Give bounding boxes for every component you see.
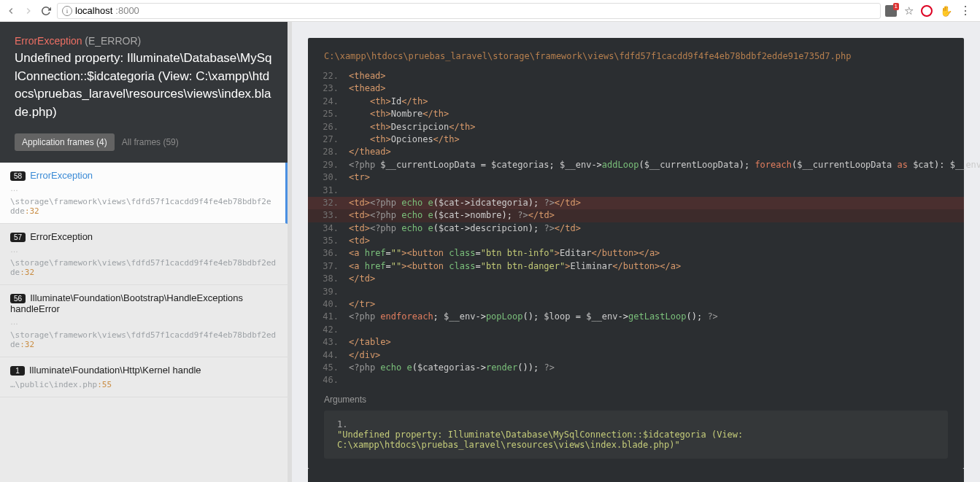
browser-toolbar: i localhost:8000 1 ☆ ✋ ⋮	[0, 0, 980, 22]
bookmark-star-icon[interactable]: ☆	[904, 4, 914, 18]
line-number: 32.	[308, 197, 349, 209]
frame-path-prefix: …	[10, 184, 275, 193]
error-message: Undefined property: Illuminate\Database\…	[15, 50, 273, 122]
line-number: 44.	[308, 349, 349, 362]
tab-application-frames[interactable]: Application frames (4)	[15, 133, 115, 151]
code-content	[349, 184, 964, 197]
opera-icon[interactable]	[921, 5, 933, 17]
site-info-icon[interactable]: i	[62, 6, 72, 16]
frame-path: \storage\framework\views\fdfd57f1cacdd9f…	[10, 330, 277, 349]
code-content: <td>	[349, 235, 964, 247]
line-number: 22.	[308, 70, 349, 82]
code-panel: C:\xampp\htdocs\pruebas_laravel\storage\…	[308, 38, 964, 469]
code-line: 26. <th>Descripcion</th>	[308, 121, 964, 133]
line-number: 39.	[308, 286, 349, 298]
line-number: 27.	[308, 133, 349, 146]
code-content: <td><?php echo e($cat->idcategoria); ?><…	[349, 197, 964, 209]
line-number: 25.	[308, 108, 349, 120]
line-number: 45.	[308, 362, 349, 374]
code-content: <?php $__currentLoopData = $categorias; …	[349, 159, 980, 171]
code-content: <th>Nombre</th>	[349, 108, 964, 120]
frame-path-prefix: …	[10, 245, 277, 254]
code-line: 46.	[308, 374, 964, 386]
line-number: 37.	[308, 260, 349, 273]
frame-title: Illuminate\Foundation\Http\Kernel handle	[29, 365, 201, 376]
code-content: <th>Id</th>	[349, 96, 964, 108]
stack-frame[interactable]: 57ErrorException…\storage\framework\view…	[0, 224, 288, 285]
code-line: 36.<a href=""><button class="btn btn-inf…	[308, 247, 964, 260]
arguments-label: Arguments	[308, 387, 964, 411]
code-content: <th>Descripcion</th>	[349, 121, 964, 133]
frame-title: Illuminate\Foundation\Bootstrap\HandleEx…	[10, 292, 243, 314]
toolbar-right: 1 ☆ ✋ ⋮	[885, 4, 976, 18]
argument-value: "Undefined property: Illuminate\Database…	[337, 429, 914, 450]
code-block: 22.<thead>23.<thead>24. <th>Id</th>25. <…	[308, 70, 964, 387]
stack-frame[interactable]: 56Illuminate\Foundation\Bootstrap\Handle…	[0, 285, 288, 357]
frame-title: ErrorException	[30, 231, 93, 242]
line-number: 31.	[308, 184, 349, 197]
frame-title: ErrorException	[30, 170, 93, 181]
code-content: </td>	[349, 273, 964, 285]
menu-dots-icon[interactable]: ⋮	[960, 7, 971, 15]
forward-button[interactable]	[22, 4, 35, 18]
no-comments-text: No comments for this stack frame.	[308, 469, 964, 482]
hand-icon[interactable]: ✋	[940, 5, 952, 17]
line-number: 23.	[308, 82, 349, 95]
code-content: <?php echo e($categorias->render()); ?>	[349, 362, 964, 374]
code-content	[349, 286, 964, 298]
address-bar[interactable]: i localhost:8000	[57, 3, 881, 19]
code-line: 42.	[308, 324, 964, 336]
app-container: ErrorException (E_ERROR) Undefined prope…	[0, 22, 980, 482]
tab-all-frames[interactable]: All frames (59)	[122, 133, 179, 151]
code-content: <td><?php echo e($cat->descripcion); ?><…	[349, 222, 964, 235]
back-button[interactable]	[4, 4, 18, 18]
stack-frame[interactable]: 58ErrorException…\storage\framework\view…	[0, 163, 288, 224]
url-host: localhost	[75, 5, 112, 16]
code-line: 31.	[308, 184, 964, 197]
code-line: 29.<?php $__currentLoopData = $categoria…	[308, 159, 964, 171]
code-line: 44.</div>	[308, 349, 964, 362]
stack-frame[interactable]: 1Illuminate\Foundation\Http\Kernel handl…	[0, 357, 288, 397]
line-number: 35.	[308, 235, 349, 247]
code-line: 25. <th>Nombre</th>	[308, 108, 964, 120]
code-line: 30.<tr>	[308, 171, 964, 184]
extension-icon[interactable]: 1	[885, 5, 897, 17]
code-line: 24. <th>Id</th>	[308, 96, 964, 108]
code-content: <a href=""><button class="btn btn-info">…	[349, 247, 964, 260]
line-number: 36.	[308, 247, 349, 260]
code-content: </table>	[349, 336, 964, 349]
frame-path-prefix: …	[10, 317, 277, 326]
code-content: <tr>	[349, 171, 964, 184]
code-content: <a href=""><button class="btn btn-danger…	[349, 260, 964, 273]
line-number: 38.	[308, 273, 349, 285]
error-header: ErrorException (E_ERROR) Undefined prope…	[0, 22, 288, 163]
line-number: 40.	[308, 298, 349, 311]
code-file-path: C:\xampp\htdocs\pruebas_laravel\storage\…	[308, 38, 964, 70]
frame-number: 58	[10, 171, 26, 181]
right-panel: C:\xampp\htdocs\pruebas_laravel\storage\…	[292, 22, 980, 482]
code-line: 22.<thead>	[308, 70, 964, 82]
code-line: 35.<td>	[308, 235, 964, 247]
code-line: 33.<td><?php echo e($cat->nombre); ?></t…	[308, 209, 964, 222]
code-line: 45.<?php echo e($categorias->render()); …	[308, 362, 964, 374]
url-port: :8000	[115, 5, 139, 16]
code-line: 38.</td>	[308, 273, 964, 285]
code-content: <thead>	[349, 70, 964, 82]
left-panel: ErrorException (E_ERROR) Undefined prope…	[0, 22, 292, 482]
code-line: 40.</tr>	[308, 298, 964, 311]
code-content: </tr>	[349, 298, 964, 311]
frame-path: …\public\index.php:55	[10, 380, 277, 389]
exception-line: ErrorException (E_ERROR)	[15, 35, 273, 47]
line-number: 26.	[308, 121, 349, 133]
frames-list: 58ErrorException…\storage\framework\view…	[0, 163, 288, 397]
code-line: 23.<thead>	[308, 82, 964, 95]
extension-badge: 1	[893, 3, 899, 10]
code-line: 34.<td><?php echo e($cat->descripcion); …	[308, 222, 964, 235]
line-number: 41.	[308, 311, 349, 323]
line-number: 42.	[308, 324, 349, 336]
code-content: <th>Opciones</th>	[349, 133, 964, 146]
reload-button[interactable]	[39, 4, 53, 18]
code-line: 43.</table>	[308, 336, 964, 349]
code-content: </div>	[349, 349, 964, 362]
code-line: 27. <th>Opciones</th>	[308, 133, 964, 146]
